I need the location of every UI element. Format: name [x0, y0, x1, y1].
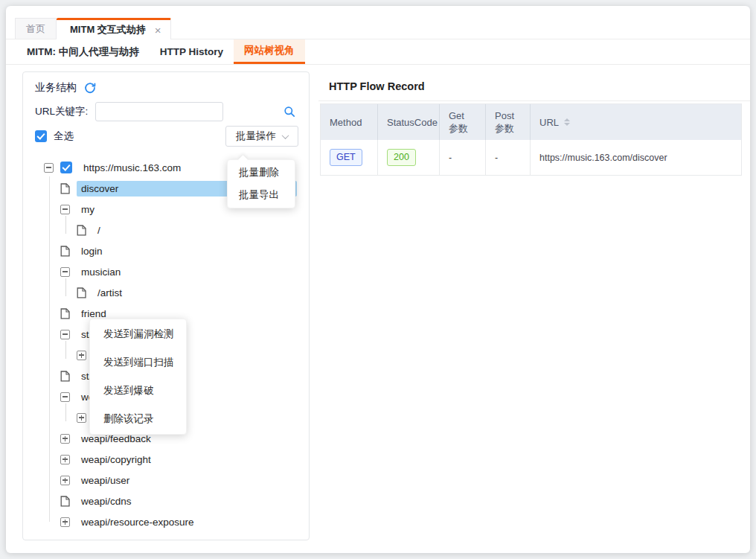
status-badge: 200 [387, 149, 416, 166]
flow-table-row[interactable]: GET200--https://music.163.com/discover [321, 140, 741, 176]
tree-node-label[interactable]: weapi/user [77, 473, 297, 488]
http-flow-panel: HTTP Flow Record MethodStatusCodeGet 参数P… [318, 71, 750, 540]
tree-node-label[interactable]: weapi/copyright [77, 452, 297, 467]
flow-table-header: MethodStatusCodeGet 参数Post 参数URL [321, 104, 741, 140]
file-icon [77, 225, 86, 236]
cell-url: https://music.163.com/discover [531, 140, 741, 175]
flow-table-body: GET200--https://music.163.com/discover [321, 140, 741, 176]
batch-actions-button[interactable]: 批量操作 [225, 126, 298, 147]
flow-record-title: HTTP Flow Record [318, 71, 750, 101]
expand-icon[interactable] [60, 476, 70, 485]
tree-node-weapi-resource-exposure[interactable]: weapi/resource-exposure [23, 511, 309, 532]
refresh-icon[interactable] [84, 82, 96, 94]
column-header-label: StatusCode [387, 116, 438, 129]
tree-node-artist[interactable]: /artist [23, 282, 309, 303]
sort-desc-icon [564, 123, 570, 126]
tree-node-label[interactable]: weapi/resource-exposure [77, 514, 297, 530]
tree-node-node[interactable]: / [23, 220, 309, 240]
column-header-url[interactable]: URL [531, 104, 741, 140]
tree-node-label[interactable]: musician [77, 264, 297, 280]
expand-icon[interactable] [77, 413, 86, 423]
tree-node-weapi-cdns[interactable]: weapi/cdns [23, 491, 309, 511]
column-header-method: Method [321, 104, 378, 140]
url-keyword-label: URL关键字: [35, 105, 88, 118]
column-header-label: Post 参数 [495, 109, 521, 135]
close-icon[interactable]: × [155, 25, 161, 36]
menu-item-node[interactable]: 删除该记录 [90, 405, 186, 433]
file-icon [77, 287, 86, 298]
menu-item-node[interactable]: 批量删除 [228, 162, 295, 184]
column-header-label: Method [330, 116, 362, 129]
tab-site-tree-view[interactable]: 网站树视角 [234, 39, 305, 64]
collapse-icon[interactable] [44, 163, 54, 173]
sort-icon[interactable] [564, 118, 570, 126]
panel-title: 业务结构 [35, 81, 77, 95]
method-badge: GET [330, 149, 362, 166]
tab-mitm-label: MITM 交互式劫持 [70, 23, 146, 36]
tab-mitm-proxy-label: MITM: 中间人代理与劫持 [27, 45, 139, 59]
collapse-icon[interactable] [60, 330, 70, 339]
flow-table: MethodStatusCodeGet 参数Post 参数URL GET200-… [320, 103, 742, 176]
cell-method: GET [321, 140, 378, 175]
sort-asc-icon [564, 118, 570, 121]
file-icon [60, 183, 70, 194]
tree-node-label[interactable]: /artist [93, 285, 297, 301]
menu-item-node[interactable]: 发送到爆破 [90, 377, 186, 405]
tab-mitm-session[interactable]: MITM 交互式劫持 × [57, 18, 171, 39]
cell-post-params: - [486, 140, 531, 175]
select-all-row: 全选 批量操作 [35, 126, 298, 147]
cell-status-code: 200 [378, 140, 440, 175]
column-header-post: Post 参数 [486, 104, 531, 140]
tree-node-checkbox[interactable] [60, 162, 72, 173]
menu-item-node[interactable]: 发送到漏洞检测 [90, 320, 186, 348]
tab-mitm-proxy[interactable]: MITM: 中间人代理与劫持 [16, 39, 150, 64]
column-header-statuscode: StatusCode [378, 104, 440, 140]
tree-connector-line [65, 216, 66, 234]
tree-node-context-menu: 发送到漏洞检测发送到端口扫描发送到爆破删除该记录 [89, 319, 187, 435]
batch-actions-label: 批量操作 [236, 130, 276, 143]
tree-node-weapi-copyright[interactable]: weapi/copyright [23, 449, 309, 470]
chevron-down-icon [282, 132, 289, 139]
expand-icon[interactable] [77, 351, 86, 360]
file-icon [60, 246, 70, 257]
tree-node-label[interactable]: login [77, 243, 297, 259]
expand-icon[interactable] [60, 434, 70, 444]
tree-connector-line [65, 341, 66, 359]
column-header-label: URL [539, 116, 559, 129]
file-icon [60, 308, 70, 319]
tab-home-label: 首页 [26, 22, 45, 36]
menu-item-node[interactable]: 发送到端口扫描 [90, 348, 186, 377]
menu-item-node[interactable]: 批量导出 [228, 184, 295, 206]
subtab-bar: MITM: 中间人代理与劫持 HTTP History 网站树视角 [6, 39, 750, 65]
tab-http-history-label: HTTP History [160, 46, 223, 57]
search-icon[interactable] [284, 106, 295, 118]
tab-http-history[interactable]: HTTP History [150, 39, 234, 64]
cell-get-params: - [440, 140, 486, 175]
collapse-icon[interactable] [60, 205, 70, 214]
file-icon [60, 371, 70, 382]
expand-icon[interactable] [60, 517, 70, 527]
collapse-icon[interactable] [60, 392, 70, 402]
expand-icon[interactable] [60, 455, 70, 464]
tree-connector-line [65, 403, 66, 421]
column-header-label: Get 参数 [449, 109, 476, 135]
column-header-get: Get 参数 [440, 104, 486, 140]
batch-actions-menu: 批量删除批量导出 [227, 159, 295, 208]
tab-home[interactable]: 首页 [15, 18, 57, 39]
url-keyword-row: URL关键字: [35, 102, 297, 121]
tree-node-label[interactable]: / [93, 223, 297, 238]
tree-node-weapi-user[interactable]: weapi/user [23, 470, 309, 491]
site-structure-panel: 业务结构 URL关键字: 全选 批量操作 https://music. [22, 71, 310, 540]
tab-site-tree-view-label: 网站树视角 [244, 44, 295, 57]
top-tab-bar: 首页 MITM 交互式劫持 × [6, 18, 750, 39]
url-value: https://music.163.com/discover [539, 153, 667, 163]
tree-node-label[interactable]: weapi/cdns [77, 493, 297, 509]
file-icon [60, 496, 70, 507]
select-all-label: 全选 [54, 130, 74, 143]
select-all-checkbox[interactable] [35, 130, 47, 142]
tree-node-login[interactable]: login [23, 240, 309, 261]
collapse-icon[interactable] [60, 267, 70, 277]
url-keyword-input[interactable] [95, 102, 223, 121]
tree-connector-line [65, 278, 66, 296]
app-window: 首页 MITM 交互式劫持 × MITM: 中间人代理与劫持 HTTP Hist… [6, 6, 750, 553]
